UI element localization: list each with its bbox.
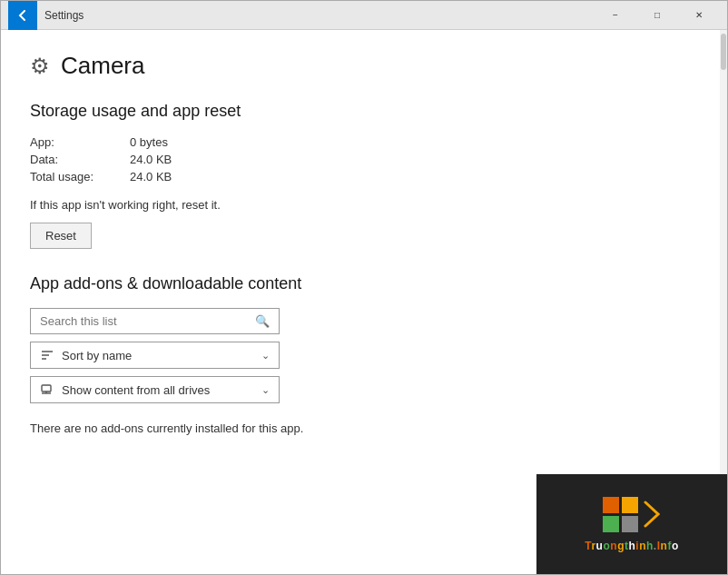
search-box[interactable]: 🔍 [30,308,280,334]
back-icon [17,10,28,21]
close-button[interactable]: ✕ [678,1,720,30]
sort-icon [40,348,54,362]
app-value: 0 bytes [130,135,168,149]
logo-block-4 [622,516,638,532]
watermark-text: Truongthinh.Info [585,540,678,552]
total-label: Total usage: [30,170,130,183]
app-row: App: 0 bytes [30,135,691,149]
drives-label: Show content from all drives [62,383,261,397]
sort-dropdown[interactable]: Sort by name ⌄ [30,342,280,369]
page-header: ⚙ Camera [30,52,691,80]
total-value: 24.0 KB [130,170,172,183]
watermark: Truongthinh.Info [536,474,727,574]
drives-chevron-icon: ⌄ [261,384,270,396]
reset-button[interactable]: Reset [30,223,92,249]
svg-rect-3 [42,385,51,392]
logo-block-3 [603,516,619,532]
back-button[interactable] [8,1,37,30]
logo-block-1 [603,497,619,513]
reset-description: If this app isn't working right, reset i… [30,198,691,212]
search-input[interactable] [40,314,255,328]
maximize-button[interactable]: □ [636,1,678,30]
total-row: Total usage: 24.0 KB [30,170,691,183]
drives-icon [40,382,54,397]
drives-dropdown[interactable]: Show content from all drives ⌄ [30,376,280,403]
watermark-logo [603,497,662,532]
storage-info-table: App: 0 bytes Data: 24.0 KB Total usage: … [30,135,691,183]
storage-section-title: Storage usage and app reset [30,102,691,121]
data-value: 24.0 KB [130,153,172,166]
logo-block-2 [622,497,638,513]
gear-icon: ⚙ [30,54,50,79]
window-controls: − □ ✕ [595,1,720,30]
scrollbar-thumb[interactable] [721,34,726,70]
window-title: Settings [44,9,595,22]
addons-section-title: App add-ons & downloadable content [30,274,691,293]
no-addons-text: There are no add-ons currently installed… [30,421,691,435]
search-icon: 🔍 [255,314,270,328]
titlebar: Settings − □ ✕ [1,1,727,30]
data-label: Data: [30,153,130,166]
minimize-button[interactable]: − [595,1,636,30]
page-title: Camera [61,52,144,80]
data-row: Data: 24.0 KB [30,153,691,166]
logo-arrow [642,497,662,532]
settings-window: Settings − □ ✕ ⚙ Camera Storage usage an… [0,0,728,575]
app-label: App: [30,135,130,149]
sort-label: Sort by name [62,349,261,362]
sort-chevron-icon: ⌄ [261,350,270,362]
logo-grid [603,497,638,532]
